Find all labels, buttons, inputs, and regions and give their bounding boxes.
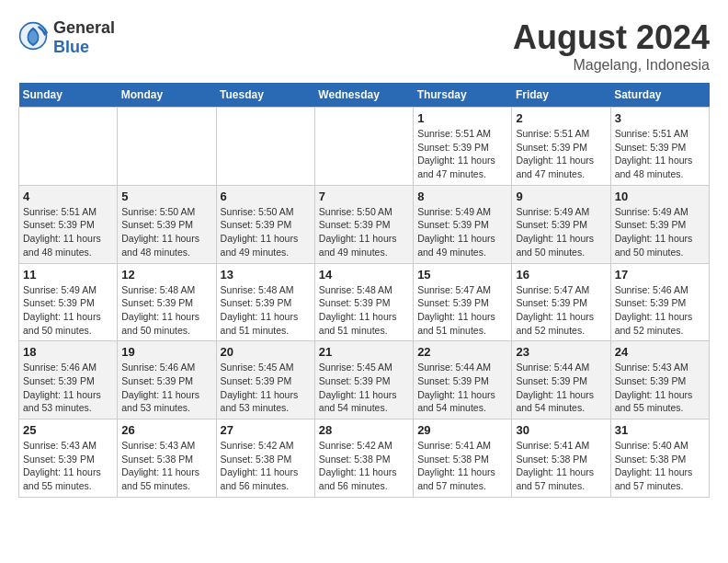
day-info: Sunrise: 5:41 AMSunset: 5:38 PMDaylight:… [417, 439, 507, 493]
day-number: 10 [615, 190, 705, 203]
calendar-week-row: 18Sunrise: 5:46 AMSunset: 5:39 PMDayligh… [19, 341, 710, 419]
calendar-cell: 15Sunrise: 5:47 AMSunset: 5:39 PMDayligh… [414, 263, 512, 341]
day-number: 27 [221, 423, 311, 437]
day-info: Sunrise: 5:47 AMSunset: 5:39 PMDaylight:… [516, 283, 606, 338]
calendar-week-row: 11Sunrise: 5:49 AMSunset: 5:39 PMDayligh… [19, 263, 710, 341]
day-info: Sunrise: 5:48 AMSunset: 5:39 PMDaylight:… [221, 283, 311, 338]
day-number: 11 [23, 268, 113, 282]
day-info: Sunrise: 5:51 AMSunset: 5:39 PMDaylight:… [417, 127, 507, 181]
day-number: 20 [221, 345, 311, 359]
day-info: Sunrise: 5:46 AMSunset: 5:39 PMDaylight:… [615, 283, 705, 338]
day-info: Sunrise: 5:43 AMSunset: 5:39 PMDaylight:… [23, 439, 113, 493]
day-number: 28 [319, 423, 409, 437]
day-number: 17 [615, 268, 705, 282]
calendar-cell: 17Sunrise: 5:46 AMSunset: 5:39 PMDayligh… [610, 263, 709, 341]
day-info: Sunrise: 5:44 AMSunset: 5:39 PMDaylight:… [516, 361, 606, 415]
calendar-cell: 18Sunrise: 5:46 AMSunset: 5:39 PMDayligh… [19, 341, 118, 419]
location-subtitle: Magelang, Indonesia [513, 57, 710, 74]
day-number: 6 [221, 190, 311, 203]
day-info: Sunrise: 5:43 AMSunset: 5:38 PMDaylight:… [121, 439, 211, 493]
day-info: Sunrise: 5:46 AMSunset: 5:39 PMDaylight:… [23, 361, 113, 415]
calendar-cell: 26Sunrise: 5:43 AMSunset: 5:38 PMDayligh… [118, 419, 216, 498]
day-number: 25 [23, 423, 113, 437]
calendar-cell: 6Sunrise: 5:50 AMSunset: 5:39 PMDaylight… [216, 185, 314, 263]
calendar-cell: 4Sunrise: 5:51 AMSunset: 5:39 PMDaylight… [19, 185, 118, 263]
calendar-header-row: SundayMondayTuesdayWednesdayThursdayFrid… [19, 83, 710, 108]
day-number: 8 [417, 190, 507, 203]
day-number: 26 [121, 423, 211, 437]
calendar-cell: 16Sunrise: 5:47 AMSunset: 5:39 PMDayligh… [512, 263, 610, 341]
calendar-cell: 22Sunrise: 5:44 AMSunset: 5:39 PMDayligh… [414, 341, 512, 419]
day-number: 16 [516, 268, 606, 282]
day-info: Sunrise: 5:51 AMSunset: 5:39 PMDaylight:… [23, 205, 113, 259]
day-number: 1 [417, 111, 507, 125]
day-info: Sunrise: 5:45 AMSunset: 5:39 PMDaylight:… [221, 361, 311, 415]
calendar-cell: 13Sunrise: 5:48 AMSunset: 5:39 PMDayligh… [216, 263, 314, 341]
day-number: 13 [221, 268, 311, 282]
calendar-cell: 2Sunrise: 5:51 AMSunset: 5:39 PMDaylight… [512, 108, 610, 186]
day-info: Sunrise: 5:46 AMSunset: 5:39 PMDaylight:… [121, 361, 211, 415]
day-number: 30 [516, 423, 606, 437]
calendar-cell: 11Sunrise: 5:49 AMSunset: 5:39 PMDayligh… [19, 263, 118, 341]
calendar-cell: 31Sunrise: 5:40 AMSunset: 5:38 PMDayligh… [610, 419, 709, 498]
day-info: Sunrise: 5:42 AMSunset: 5:38 PMDaylight:… [319, 439, 409, 493]
day-number: 19 [121, 345, 211, 359]
day-number: 12 [121, 268, 211, 282]
day-info: Sunrise: 5:48 AMSunset: 5:39 PMDaylight:… [121, 283, 211, 338]
day-number: 18 [23, 345, 113, 359]
calendar-cell: 7Sunrise: 5:50 AMSunset: 5:39 PMDaylight… [314, 185, 413, 263]
calendar-cell: 3Sunrise: 5:51 AMSunset: 5:39 PMDaylight… [610, 108, 709, 186]
calendar-cell: 14Sunrise: 5:48 AMSunset: 5:39 PMDayligh… [314, 263, 413, 341]
day-number: 2 [516, 111, 606, 125]
calendar-cell: 20Sunrise: 5:45 AMSunset: 5:39 PMDayligh… [216, 341, 314, 419]
header-sunday: Sunday [19, 83, 118, 108]
header-wednesday: Wednesday [314, 83, 413, 108]
day-number: 3 [615, 111, 705, 125]
calendar-table: SundayMondayTuesdayWednesdayThursdayFrid… [18, 83, 710, 498]
day-info: Sunrise: 5:41 AMSunset: 5:38 PMDaylight:… [516, 439, 606, 493]
day-number: 9 [516, 190, 606, 203]
day-number: 4 [23, 190, 113, 203]
header-friday: Friday [512, 83, 610, 108]
calendar-week-row: 25Sunrise: 5:43 AMSunset: 5:39 PMDayligh… [19, 419, 710, 498]
day-number: 29 [417, 423, 507, 437]
logo: General Blue [18, 18, 115, 57]
day-number: 31 [615, 423, 705, 437]
day-info: Sunrise: 5:49 AMSunset: 5:39 PMDaylight:… [615, 205, 705, 259]
day-info: Sunrise: 5:50 AMSunset: 5:39 PMDaylight:… [221, 205, 311, 259]
header-tuesday: Tuesday [216, 83, 314, 108]
calendar-cell: 27Sunrise: 5:42 AMSunset: 5:38 PMDayligh… [216, 419, 314, 498]
calendar-cell: 24Sunrise: 5:43 AMSunset: 5:39 PMDayligh… [610, 341, 709, 419]
calendar-cell: 23Sunrise: 5:44 AMSunset: 5:39 PMDayligh… [512, 341, 610, 419]
day-info: Sunrise: 5:48 AMSunset: 5:39 PMDaylight:… [319, 283, 409, 338]
header-monday: Monday [118, 83, 216, 108]
calendar-cell [118, 108, 216, 186]
calendar-week-row: 1Sunrise: 5:51 AMSunset: 5:39 PMDaylight… [19, 108, 710, 186]
calendar-cell: 29Sunrise: 5:41 AMSunset: 5:38 PMDayligh… [414, 419, 512, 498]
logo-general: General [53, 18, 115, 37]
month-year-title: August 2024 [513, 18, 710, 57]
day-info: Sunrise: 5:49 AMSunset: 5:39 PMDaylight:… [516, 205, 606, 259]
day-number: 24 [615, 345, 705, 359]
day-number: 7 [319, 190, 409, 203]
calendar-cell: 1Sunrise: 5:51 AMSunset: 5:39 PMDaylight… [414, 108, 512, 186]
day-info: Sunrise: 5:49 AMSunset: 5:39 PMDaylight:… [417, 205, 507, 259]
day-info: Sunrise: 5:50 AMSunset: 5:39 PMDaylight:… [319, 205, 409, 259]
logo-text: General Blue [53, 18, 115, 57]
calendar-cell [314, 108, 413, 186]
calendar-cell: 9Sunrise: 5:49 AMSunset: 5:39 PMDaylight… [512, 185, 610, 263]
day-number: 15 [417, 268, 507, 282]
calendar-cell: 30Sunrise: 5:41 AMSunset: 5:38 PMDayligh… [512, 419, 610, 498]
day-info: Sunrise: 5:51 AMSunset: 5:39 PMDaylight:… [516, 127, 606, 181]
calendar-cell: 12Sunrise: 5:48 AMSunset: 5:39 PMDayligh… [118, 263, 216, 341]
day-number: 5 [121, 190, 211, 203]
calendar-cell [19, 108, 118, 186]
logo-blue: Blue [53, 38, 89, 56]
day-number: 22 [417, 345, 507, 359]
day-info: Sunrise: 5:43 AMSunset: 5:39 PMDaylight:… [615, 361, 705, 415]
day-info: Sunrise: 5:49 AMSunset: 5:39 PMDaylight:… [23, 283, 113, 338]
calendar-cell: 5Sunrise: 5:50 AMSunset: 5:39 PMDaylight… [118, 185, 216, 263]
logo-icon [18, 21, 48, 54]
calendar-cell [216, 108, 314, 186]
calendar-cell: 21Sunrise: 5:45 AMSunset: 5:39 PMDayligh… [314, 341, 413, 419]
